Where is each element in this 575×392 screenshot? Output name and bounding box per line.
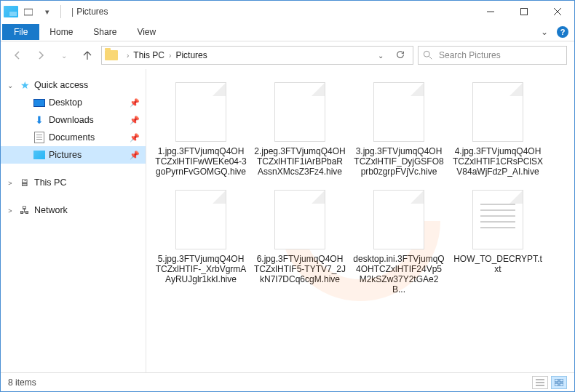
maximize-button[interactable]	[507, 1, 541, 23]
file-name-label: 4.jpg.3FTVjumqQ4OHTCZxlHTIF1CRsPClSXV84a…	[452, 146, 544, 177]
file-item[interactable]: desktop.ini.3FTVjumqQ4OHTCZxlHTIF24Vp5M2…	[352, 188, 446, 299]
file-thumbnail-icon	[373, 190, 424, 249]
nav-recent-dropdown[interactable]: ⌄	[55, 46, 74, 65]
pc-icon: 🖥	[18, 177, 31, 188]
file-list-pane[interactable]: 1.jpg.3FTVjumqQ4OHTCZxlHTIFwWEKe04-3goPy…	[146, 69, 574, 372]
network-icon: 🖧	[18, 204, 31, 216]
sidebar-item-label: Downloads	[49, 115, 94, 125]
file-thumbnail-icon	[175, 190, 226, 249]
svg-rect-13	[560, 383, 563, 386]
ribbon: File Home Share View ⌄ ?	[1, 23, 574, 41]
qat-separator	[60, 5, 61, 18]
file-thumbnail-icon	[472, 190, 523, 249]
address-bar-row: ⌄ › This PC › Pictures ⌄ Search Pictures	[1, 41, 574, 69]
nav-up-button[interactable]	[78, 46, 97, 65]
sidebar-item-label: Quick access	[34, 80, 88, 90]
sidebar-item-label: Pictures	[49, 150, 82, 160]
tab-view[interactable]: View	[127, 24, 166, 40]
file-name-label: desktop.ini.3FTVjumqQ4OHTCZxlHTIF24Vp5M2…	[353, 254, 445, 295]
search-icon	[423, 50, 433, 60]
file-thumbnail-icon	[175, 82, 226, 142]
sidebar-item-pictures[interactable]: Pictures 📌	[1, 146, 146, 164]
folder-icon	[105, 50, 118, 60]
title-separator: |	[71, 7, 74, 17]
nav-back-button[interactable]	[8, 46, 27, 65]
status-bar: 8 items	[1, 372, 574, 391]
desktop-icon	[33, 97, 46, 108]
tab-home[interactable]: Home	[39, 24, 83, 40]
address-bar[interactable]: › This PC › Pictures ⌄	[101, 46, 413, 65]
svg-rect-10	[555, 379, 558, 382]
file-thumbnail-icon	[274, 190, 325, 249]
pin-icon: 📌	[130, 98, 140, 108]
pin-icon: 📌	[130, 133, 140, 143]
search-placeholder: Search Pictures	[439, 50, 501, 60]
star-icon: ★	[18, 79, 31, 91]
file-item[interactable]: 1.jpg.3FTVjumqQ4OHTCZxlHTIFwWEKe04-3goPy…	[154, 81, 248, 181]
sidebar-this-pc[interactable]: 🖥 This PC	[1, 174, 146, 191]
sidebar-item-label: Desktop	[49, 97, 82, 108]
search-input[interactable]: Search Pictures	[418, 46, 567, 65]
minimize-button[interactable]	[474, 1, 507, 23]
qat-folder-button[interactable]	[20, 3, 37, 20]
pictures-icon	[33, 149, 46, 161]
downloads-icon: ⬇	[33, 114, 46, 126]
close-button[interactable]	[541, 1, 574, 23]
nav-forward-button[interactable]	[31, 46, 50, 65]
refresh-icon[interactable]	[395, 49, 405, 62]
ribbon-expand-icon[interactable]: ⌄	[541, 27, 548, 37]
sidebar-item-documents[interactable]: Documents 📌	[1, 129, 146, 146]
tab-file[interactable]: File	[2, 24, 39, 40]
file-item[interactable]: 6.jpg.3FTVjumqQ4OHTCZxlHTIF5-TYTV7_2JkN7…	[253, 188, 347, 299]
file-name-label: 6.jpg.3FTVjumqQ4OHTCZxlHTIF5-TYTV7_2JkN7…	[254, 254, 346, 284]
svg-line-6	[429, 57, 432, 60]
explorer-app-icon	[4, 6, 18, 17]
file-thumbnail-icon	[472, 82, 523, 142]
breadcrumb-current[interactable]: Pictures	[175, 50, 207, 60]
titlebar: ▾ | Pictures	[1, 1, 574, 23]
chevron-right-icon[interactable]: ›	[169, 52, 171, 60]
sidebar-quick-access[interactable]: ★ Quick access	[1, 76, 146, 94]
sidebar-item-desktop[interactable]: Desktop 📌	[1, 94, 146, 111]
tab-share[interactable]: Share	[83, 24, 127, 40]
help-icon[interactable]: ?	[557, 26, 568, 38]
sidebar-item-downloads[interactable]: ⬇ Downloads 📌	[1, 111, 146, 129]
sidebar-item-label: Documents	[49, 132, 95, 143]
qat-dropdown-button[interactable]: ▾	[39, 3, 56, 20]
navigation-pane: ★ Quick access Desktop 📌 ⬇ Downloads 📌 D…	[1, 69, 146, 372]
svg-point-5	[424, 51, 429, 57]
file-item[interactable]: HOW_TO_DECRYPT.txt	[451, 188, 545, 299]
address-dropdown-icon[interactable]: ⌄	[378, 52, 384, 60]
file-name-label: 5.jpg.3FTVjumqQ4OHTCZxlHTIF-_XrbVgrmAAyR…	[155, 254, 247, 284]
file-item[interactable]: 4.jpg.3FTVjumqQ4OHTCZxlHTIF1CRsPClSXV84a…	[451, 81, 545, 181]
view-details-button[interactable]	[532, 376, 548, 389]
svg-rect-12	[555, 383, 558, 386]
file-name-label: 1.jpg.3FTVjumqQ4OHTCZxlHTIFwWEKe04-3goPy…	[155, 146, 247, 177]
file-name-label: 2.jpeg.3FTVjumqQ4OHTCZxlHTIF1iArBPbaRAss…	[254, 146, 346, 177]
svg-rect-11	[560, 379, 563, 382]
window-title: | Pictures	[68, 7, 108, 17]
pin-icon: 📌	[130, 151, 140, 160]
file-item[interactable]: 3.jpg.3FTVjumqQ4OHTCZxlHTIF_DyjGSFO8prb0…	[352, 81, 446, 181]
file-thumbnail-icon	[274, 82, 325, 142]
expand-icon[interactable]	[5, 179, 15, 187]
file-item[interactable]: 2.jpeg.3FTVjumqQ4OHTCZxlHTIF1iArBPbaRAss…	[253, 81, 347, 181]
sidebar-item-label: Network	[34, 205, 68, 215]
svg-rect-2	[521, 9, 528, 15]
file-name-label: HOW_TO_DECRYPT.txt	[452, 254, 544, 274]
view-thumbnails-button[interactable]	[551, 376, 567, 389]
pin-icon: 📌	[130, 116, 140, 125]
sidebar-item-label: This PC	[34, 177, 66, 188]
title-text: Pictures	[76, 7, 108, 17]
svg-rect-0	[24, 9, 33, 15]
expand-icon[interactable]	[5, 81, 15, 89]
documents-icon	[33, 132, 46, 143]
file-item[interactable]: 5.jpg.3FTVjumqQ4OHTCZxlHTIF-_XrbVgrmAAyR…	[154, 188, 248, 299]
breadcrumb-root[interactable]: This PC	[133, 50, 164, 60]
file-thumbnail-icon	[373, 82, 424, 142]
file-name-label: 3.jpg.3FTVjumqQ4OHTCZxlHTIF_DyjGSFO8prb0…	[353, 146, 445, 177]
chevron-right-icon[interactable]: ›	[127, 52, 129, 60]
expand-icon[interactable]	[5, 207, 15, 215]
status-item-count: 8 items	[8, 377, 36, 388]
sidebar-network[interactable]: 🖧 Network	[1, 201, 146, 219]
